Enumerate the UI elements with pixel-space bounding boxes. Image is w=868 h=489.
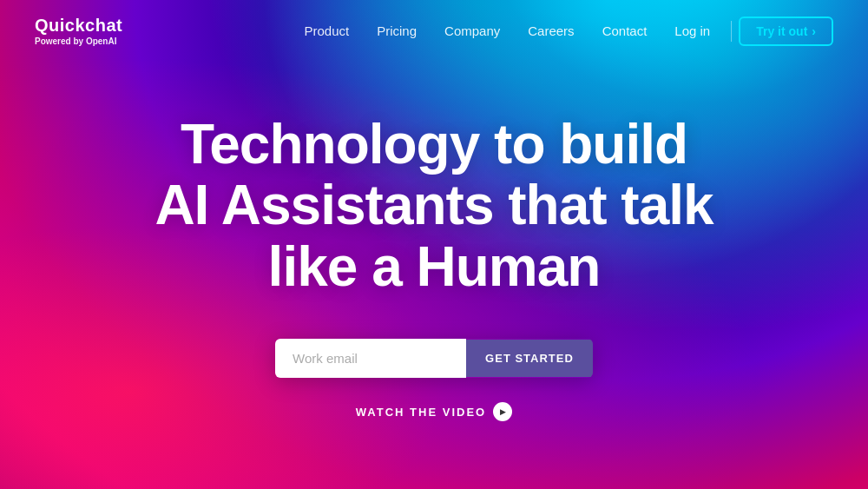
watch-video-label: WATCH THE VIDEO <box>356 406 486 419</box>
powered-by-brand: OpenAI <box>86 36 117 46</box>
nav-company[interactable]: Company <box>431 18 514 43</box>
nav-login[interactable]: Log in <box>661 18 724 43</box>
nav-links: Product Pricing Company Careers Contact … <box>291 17 834 46</box>
hero-title-line1: Technology to build <box>181 113 687 175</box>
hero-title-line3: like a Human <box>268 235 601 298</box>
get-started-button[interactable]: GET STARTED <box>466 340 593 377</box>
hero-section: Technology to build AI Assistants that t… <box>0 62 868 421</box>
play-icon: ▶ <box>493 402 512 421</box>
nav-pricing[interactable]: Pricing <box>363 18 431 43</box>
try-it-out-button[interactable]: Try it out › <box>739 17 833 46</box>
hero-title: Technology to build AI Assistants that t… <box>155 114 713 297</box>
navbar: Quickchat Powered by OpenAI Product Pric… <box>0 0 868 62</box>
nav-divider <box>731 21 732 42</box>
nav-product[interactable]: Product <box>291 18 364 43</box>
nav-contact[interactable]: Contact <box>589 18 661 43</box>
logo-powered-by: Powered by OpenAI <box>35 36 122 46</box>
nav-careers[interactable]: Careers <box>514 18 588 43</box>
try-it-out-label: Try it out <box>756 24 807 38</box>
watch-video-link[interactable]: WATCH THE VIDEO ▶ <box>356 402 512 421</box>
logo-name: Quickchat <box>35 16 122 36</box>
logo: Quickchat Powered by OpenAI <box>35 16 122 46</box>
powered-by-prefix: Powered by <box>35 36 86 46</box>
hero-title-line2: AI Assistants that talk <box>155 174 713 236</box>
try-arrow-icon: › <box>812 24 816 38</box>
work-email-input[interactable] <box>275 339 466 378</box>
email-form: GET STARTED <box>275 339 593 378</box>
